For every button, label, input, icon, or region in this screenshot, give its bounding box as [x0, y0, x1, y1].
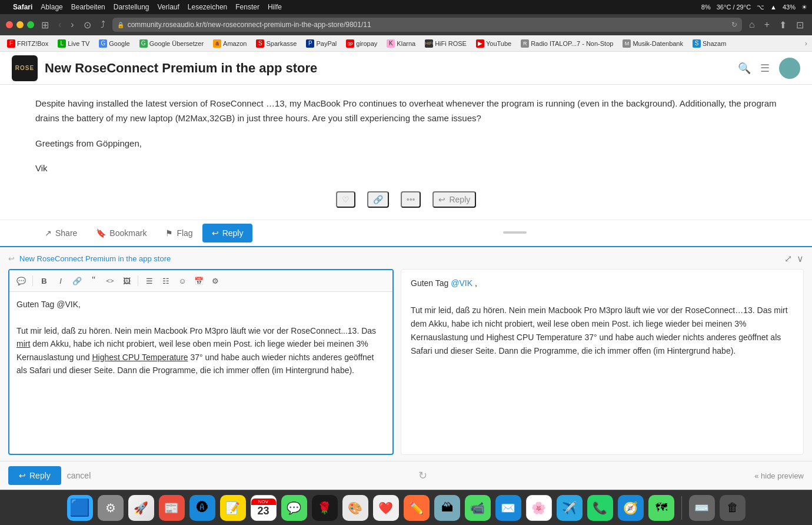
toolbar-emoji[interactable]: ☺: [175, 274, 189, 288]
new-tab-button[interactable]: +: [762, 18, 772, 31]
dock-messages[interactable]: 💬: [281, 495, 307, 521]
bookmark-giropay[interactable]: gp giropay: [344, 38, 380, 49]
reply-submit-icon: ↩: [19, 471, 26, 480]
share-button2[interactable]: ⬆: [777, 18, 789, 32]
dock-telegram[interactable]: ✈️: [557, 495, 583, 521]
share-button[interactable]: ⤴: [98, 18, 108, 31]
hide-preview-button[interactable]: « hide preview: [754, 471, 804, 480]
flag-action[interactable]: ⚑ Flag: [156, 224, 202, 242]
bookmark-radio[interactable]: R Radio ITALOP...7 - Non-Stop: [518, 38, 615, 49]
toolbar-ul[interactable]: ☰: [142, 274, 157, 288]
bookmark-fritzbox[interactable]: F FRITZ!Box: [5, 38, 51, 49]
sidebar-toggle[interactable]: ⊞: [39, 18, 51, 32]
expand-icon[interactable]: ⤢: [784, 253, 792, 264]
menu-icon[interactable]: ☰: [760, 62, 770, 75]
reload-icon[interactable]: ↻: [731, 21, 737, 29]
toolbar-settings[interactable]: ⚙: [208, 274, 222, 288]
reply-bar-action[interactable]: ↩ Reply: [202, 224, 253, 242]
dock-photos[interactable]: 🌸: [526, 495, 552, 521]
dock-system-prefs[interactable]: ⚙: [98, 495, 124, 521]
dock-launchpad[interactable]: 🚀: [128, 495, 154, 521]
share-icon: ↗: [45, 228, 52, 238]
tabs-button[interactable]: ⊡: [794, 18, 806, 32]
musikdb-label: Musik-Datenbank: [633, 40, 683, 47]
address-bar[interactable]: 🔒 community.roseaudio.kr/t/new-roseconne…: [112, 18, 742, 32]
minimize-button[interactable]: [16, 21, 24, 28]
close-button[interactable]: [6, 21, 13, 28]
loading-spinner: ↻: [418, 469, 427, 482]
share-action[interactable]: ↗ Share: [35, 224, 86, 242]
reply-submit-button[interactable]: ↩ Reply: [8, 466, 61, 485]
forward-button[interactable]: ›: [68, 18, 76, 31]
bookmark-action[interactable]: 🔖 Bookmark: [86, 224, 156, 242]
toolbar-italic[interactable]: I: [54, 274, 68, 288]
editor-content[interactable]: Guten Tag @VIK, Tut mir leid, daß zu hör…: [9, 292, 392, 454]
date-icon: 📅: [194, 277, 204, 285]
dock-trash[interactable]: 🗑: [720, 495, 746, 521]
bookmark-livetv[interactable]: L Live TV: [55, 38, 92, 49]
toolbar-quote[interactable]: ": [86, 274, 101, 288]
toolbar-image[interactable]: 🖼: [119, 274, 134, 288]
bookmark-amazon[interactable]: a Amazon: [211, 38, 249, 49]
like-button[interactable]: ♡: [336, 191, 355, 208]
toolbar-ol[interactable]: ☷: [159, 274, 173, 288]
cancel-button[interactable]: cancel: [67, 471, 91, 480]
toolbar-chat[interactable]: 💬: [14, 274, 28, 288]
dock-rose[interactable]: 🌹: [312, 495, 338, 521]
menu-fenster[interactable]: Fenster: [235, 3, 259, 11]
dock-facetime[interactable]: 📹: [465, 495, 491, 521]
search-icon[interactable]: 🔍: [738, 62, 751, 75]
dock-app-store[interactable]: 🅐: [189, 495, 215, 521]
reply-topic-text[interactable]: New RoseConnect Premium in the app store: [19, 254, 171, 263]
dock-craft[interactable]: ✏️: [404, 495, 430, 521]
user-avatar[interactable]: [779, 58, 800, 79]
toolbar-link[interactable]: 🔗: [70, 274, 84, 288]
app-name[interactable]: Safari: [13, 3, 32, 11]
dock-tahoe[interactable]: 🏔: [434, 495, 460, 521]
toolbar-code[interactable]: <>: [103, 274, 117, 288]
bookmark-hifirose[interactable]: HiFi HiFi ROSE: [422, 38, 469, 49]
bookmarks-more[interactable]: ›: [805, 39, 807, 48]
dock-calendar[interactable]: NOV 23: [251, 495, 277, 521]
dock-finder[interactable]: 🟦: [67, 495, 93, 521]
dock-colorsync[interactable]: 🎨: [342, 495, 368, 521]
menu-hilfe[interactable]: Hilfe: [268, 3, 282, 11]
dock-notes[interactable]: 📝: [220, 495, 246, 521]
bookmark-shazam[interactable]: S Shazam: [690, 38, 728, 49]
reply-label: Reply: [449, 195, 470, 204]
dock-whatsapp[interactable]: 📞: [587, 495, 613, 521]
url-text[interactable]: community.roseaudio.kr/t/new-roseconnect…: [128, 21, 371, 29]
menu-darstellung[interactable]: Darstellung: [114, 3, 149, 11]
toolbar-bold[interactable]: B: [37, 274, 51, 288]
bookmark-sparkasse[interactable]: S Sparkasse: [254, 38, 299, 49]
menu-bearbeiten[interactable]: Bearbeiten: [71, 3, 105, 11]
back-button[interactable]: ‹: [56, 18, 64, 31]
bookmark-translate[interactable]: G Google Übersetzer: [137, 38, 206, 49]
dock-reeder[interactable]: 📰: [159, 495, 185, 521]
traffic-lights[interactable]: [6, 21, 34, 28]
dock-maps[interactable]: 🗺: [648, 495, 674, 521]
bookmark-klarna[interactable]: K Klarna: [384, 38, 418, 49]
preview-body: Tut mir leid, daß zu hören. Nein mein Ma…: [411, 304, 794, 358]
menu-lesezeichen[interactable]: Lesezeichen: [188, 3, 227, 11]
more-actions-button[interactable]: •••: [401, 191, 421, 208]
dock-health[interactable]: ❤️: [373, 495, 399, 521]
menu-verlauf[interactable]: Verlauf: [157, 3, 179, 11]
bookmark-google[interactable]: G Google: [96, 38, 132, 49]
bookmark-youtube[interactable]: ▶ YouTube: [474, 38, 514, 49]
link-copy-button[interactable]: 🔗: [367, 191, 389, 208]
bookmark-musikdb[interactable]: M Musik-Datenbank: [620, 38, 685, 49]
reply-topic-icon: ↩: [8, 254, 15, 263]
dock-safari[interactable]: 🧭: [618, 495, 644, 521]
dock-mail[interactable]: ✉️: [495, 495, 521, 521]
history-button[interactable]: ⊙: [81, 18, 94, 32]
dock-keyboard[interactable]: ⌨️: [689, 495, 715, 521]
battery-percent: 8%: [701, 4, 711, 11]
bookmark-paypal[interactable]: P PayPal: [304, 38, 339, 49]
home-button[interactable]: ⌂: [747, 18, 757, 31]
collapse-icon[interactable]: ∨: [797, 253, 804, 264]
toolbar-date[interactable]: 📅: [192, 274, 206, 288]
menu-ablage[interactable]: Ablage: [41, 3, 62, 11]
fullscreen-button[interactable]: [27, 21, 34, 28]
reply-action-button[interactable]: ↩ Reply: [432, 191, 476, 208]
